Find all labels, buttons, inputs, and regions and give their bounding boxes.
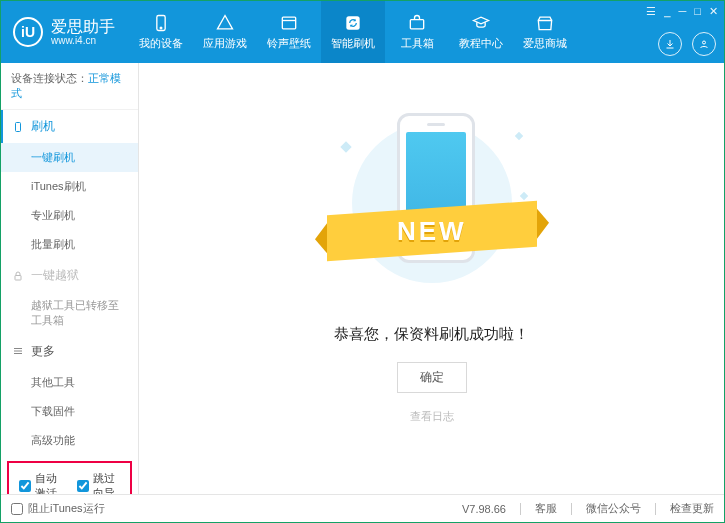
ok-button[interactable]: 确定 xyxy=(397,362,467,393)
toolbox-icon xyxy=(407,13,427,33)
svg-point-1 xyxy=(160,27,162,29)
body: 设备连接状态：正常模式 刷机 一键刷机 iTunes刷机 专业刷机 批量刷机 一… xyxy=(1,63,724,494)
checkbox-input[interactable] xyxy=(19,480,31,492)
view-log-link[interactable]: 查看日志 xyxy=(410,409,454,424)
group-title: 一键越狱 xyxy=(31,267,79,284)
svg-rect-7 xyxy=(15,275,21,280)
sidebar-item-firmware[interactable]: 下载固件 xyxy=(1,397,138,426)
maximize-icon[interactable]: □ xyxy=(694,5,701,17)
sidebar-item-batch[interactable]: 批量刷机 xyxy=(1,230,138,259)
store-icon xyxy=(535,13,555,33)
header: iU 爱思助手 www.i4.cn 我的设备 应用游戏 铃声壁纸 智能刷机 xyxy=(1,1,724,63)
nav-label: 应用游戏 xyxy=(203,36,247,51)
nav-ringtones[interactable]: 铃声壁纸 xyxy=(257,1,321,63)
lock-icon xyxy=(11,269,25,283)
user-icon xyxy=(698,38,710,50)
checkbox-label: 跳过向导 xyxy=(93,471,121,494)
minimize-icon[interactable]: ─ xyxy=(679,5,687,17)
group-title: 刷机 xyxy=(31,118,55,135)
apps-icon xyxy=(215,13,235,33)
list-icon xyxy=(11,344,25,358)
nav-my-device[interactable]: 我的设备 xyxy=(129,1,193,63)
success-message: 恭喜您，保资料刷机成功啦！ xyxy=(334,325,529,344)
divider xyxy=(655,503,656,515)
update-link[interactable]: 检查更新 xyxy=(670,501,714,516)
svg-rect-3 xyxy=(346,16,359,29)
nav-label: 铃声壁纸 xyxy=(267,36,311,51)
sidebar-item-pro[interactable]: 专业刷机 xyxy=(1,201,138,230)
sidebar: 设备连接状态：正常模式 刷机 一键刷机 iTunes刷机 专业刷机 批量刷机 一… xyxy=(1,63,139,494)
wechat-link[interactable]: 微信公众号 xyxy=(586,501,641,516)
sidebar-group-more[interactable]: 更多 xyxy=(1,335,138,368)
nav-toolbox[interactable]: 工具箱 xyxy=(385,1,449,63)
download-button[interactable] xyxy=(658,32,682,56)
checkbox-auto-activate[interactable]: 自动激活 xyxy=(19,471,63,494)
divider xyxy=(520,503,521,515)
image-icon xyxy=(279,13,299,33)
phone-small-icon xyxy=(11,120,25,134)
nav-label: 教程中心 xyxy=(459,36,503,51)
sidebar-item-oneclick[interactable]: 一键刷机 xyxy=(1,143,138,172)
jailbreak-note: 越狱工具已转移至 工具箱 xyxy=(1,292,138,335)
nav-tutorials[interactable]: 教程中心 xyxy=(449,1,513,63)
checkbox-skip-guide[interactable]: 跳过向导 xyxy=(77,471,121,494)
logo-icon: iU xyxy=(13,17,43,47)
connection-status: 设备连接状态：正常模式 xyxy=(1,63,138,110)
checkbox-label: 自动激活 xyxy=(35,471,63,494)
group-title: 更多 xyxy=(31,343,55,360)
svg-rect-6 xyxy=(16,122,21,131)
top-nav: 我的设备 应用游戏 铃声壁纸 智能刷机 工具箱 教程中心 xyxy=(129,1,646,63)
menu-icon[interactable]: ☰ xyxy=(646,5,656,18)
block-itunes-label: 阻止iTunes运行 xyxy=(28,501,105,516)
phone-icon xyxy=(151,13,171,33)
pin-icon[interactable]: ⎯ xyxy=(664,5,671,17)
nav-smart-flash[interactable]: 智能刷机 xyxy=(321,1,385,63)
refresh-icon xyxy=(343,13,363,33)
svg-rect-4 xyxy=(410,20,423,29)
footer: 阻止iTunes运行 V7.98.66 客服 微信公众号 检查更新 xyxy=(1,494,724,522)
sidebar-item-other[interactable]: 其他工具 xyxy=(1,368,138,397)
nav-store[interactable]: 爱思商城 xyxy=(513,1,577,63)
logo: iU 爱思助手 www.i4.cn xyxy=(1,1,129,63)
support-link[interactable]: 客服 xyxy=(535,501,557,516)
sidebar-group-flash[interactable]: 刷机 xyxy=(1,110,138,143)
svg-rect-2 xyxy=(282,17,295,29)
nav-label: 爱思商城 xyxy=(523,36,567,51)
svg-point-5 xyxy=(703,41,706,44)
block-itunes-checkbox[interactable] xyxy=(11,503,23,515)
sidebar-item-itunes[interactable]: iTunes刷机 xyxy=(1,172,138,201)
app-window: iU 爱思助手 www.i4.cn 我的设备 应用游戏 铃声壁纸 智能刷机 xyxy=(0,0,725,523)
divider xyxy=(571,503,572,515)
user-button[interactable] xyxy=(692,32,716,56)
nav-label: 工具箱 xyxy=(401,36,434,51)
graduation-icon xyxy=(471,13,491,33)
close-icon[interactable]: ✕ xyxy=(709,5,718,18)
version-label: V7.98.66 xyxy=(462,503,506,515)
checkbox-input[interactable] xyxy=(77,480,89,492)
nav-label: 智能刷机 xyxy=(331,36,375,51)
main-content: NEW 恭喜您，保资料刷机成功啦！ 确定 查看日志 xyxy=(139,63,724,494)
illustration: NEW xyxy=(322,113,542,303)
ribbon-text: NEW xyxy=(397,216,467,247)
app-title: 爱思助手 xyxy=(51,18,115,36)
window-controls: ☰ ⎯ ─ □ ✕ xyxy=(646,1,724,18)
sidebar-group-jailbreak[interactable]: 一键越狱 xyxy=(1,259,138,292)
options-highlight: 自动激活 跳过向导 xyxy=(7,461,132,494)
nav-apps[interactable]: 应用游戏 xyxy=(193,1,257,63)
download-icon xyxy=(664,38,676,50)
nav-label: 我的设备 xyxy=(139,36,183,51)
status-label: 设备连接状态： xyxy=(11,72,88,84)
app-subtitle: www.i4.cn xyxy=(51,35,115,46)
sidebar-item-advanced[interactable]: 高级功能 xyxy=(1,426,138,455)
